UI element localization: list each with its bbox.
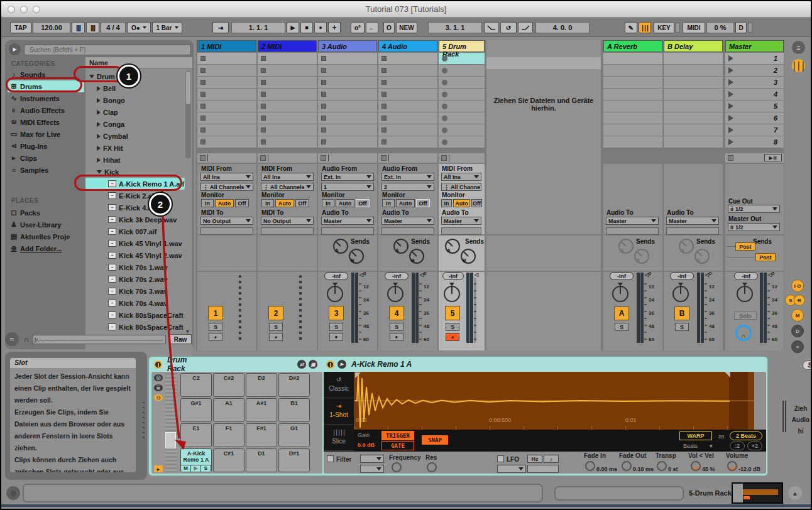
sidebar-item-clips[interactable]: ▸Clips	[8, 152, 84, 164]
stop-button[interactable]: ■	[300, 22, 313, 33]
midi-channel-select[interactable]: ⋮All Channels	[261, 183, 314, 191]
track-delay-field[interactable]	[200, 227, 253, 235]
track-header[interactable]: 4 Audio	[378, 40, 437, 52]
clip-slot[interactable]	[378, 53, 437, 64]
midi-to-select[interactable]: No Output	[261, 217, 314, 225]
device-power-icon[interactable]	[154, 361, 162, 369]
nudge-up-metronome-icon[interactable]: ||||	[86, 22, 99, 33]
headphones-icon[interactable]: ∩	[24, 335, 29, 343]
monitor-off-button[interactable]: Off	[356, 199, 370, 207]
raw-preview-button[interactable]: Raw	[169, 334, 192, 344]
clip-slot[interactable]	[197, 53, 256, 64]
clip-slot[interactable]	[197, 112, 256, 124]
scene-slot[interactable]: 5	[725, 100, 784, 112]
groove-amount-button[interactable]: O●	[127, 22, 151, 33]
draw-mode-button[interactable]: ∣∣∣	[639, 22, 651, 33]
session-overdub-button[interactable]: o°	[351, 22, 365, 33]
arm-button[interactable]: ●	[390, 333, 403, 341]
stop-clips-row[interactable]	[439, 153, 485, 163]
sample-waveform-display[interactable]: 0:00 0:00:500 0:01	[354, 372, 754, 430]
scene-slot[interactable]: 2	[725, 65, 784, 76]
track-delay-field[interactable]	[666, 227, 719, 235]
hot-swap-icon[interactable]: ⇄	[297, 360, 306, 369]
monitor-off-button[interactable]: Off	[471, 199, 482, 207]
sidebar-item-midi-effects[interactable]: ≋MIDI Effects	[8, 116, 84, 128]
fold-icon[interactable]: ⊖	[154, 394, 163, 401]
lfo-rate-field[interactable]	[527, 465, 559, 473]
snap-button[interactable]: SNAP	[422, 435, 448, 445]
tree-item-fx-hit[interactable]: FX Hit	[85, 142, 185, 154]
volume-display[interactable]: -Inf	[670, 272, 694, 280]
tree-item-e-kick-4[interactable]: ~E-Kick 4.aif	[85, 202, 185, 214]
input-channel-select[interactable]: 1	[321, 183, 374, 191]
monitor-in-button[interactable]: In	[441, 199, 452, 207]
solo-button[interactable]: S	[446, 323, 459, 331]
track-delay-field[interactable]	[441, 227, 481, 235]
drum-pad[interactable]: D#1	[278, 448, 310, 472]
tree-item-bongo[interactable]: Bongo	[85, 94, 185, 106]
show-device-chain-toggle-icon[interactable]: ▲	[788, 486, 802, 500]
scene-overview-icon[interactable]: ▶≣	[764, 154, 782, 161]
sidebar-item-samples[interactable]: ≈Samples	[8, 164, 84, 176]
volume-display[interactable]: -Inf	[734, 272, 758, 280]
tree-item-e-kick-2[interactable]: ~E-Kick 2.aif	[85, 190, 185, 202]
lfo-toggle-checkbox[interactable]	[497, 455, 504, 462]
clip-slot[interactable]	[258, 136, 317, 148]
lfo-shape-select[interactable]	[497, 465, 526, 473]
clip-slot[interactable]	[197, 100, 256, 112]
overdub-plus-button[interactable]: +	[328, 22, 341, 33]
sidebar-item-plug-ins[interactable]: ⊲Plug-Ins	[8, 140, 84, 152]
loop-start-display[interactable]: 3. 1. 1	[428, 22, 482, 33]
half-tempo-button[interactable]: :2	[730, 442, 745, 450]
return-activator-button[interactable]: A	[614, 307, 629, 320]
disclosure-open-icon[interactable]	[97, 170, 102, 174]
drum-pad[interactable]: B1	[278, 398, 310, 422]
clip-slot[interactable]	[378, 136, 437, 148]
drum-pad[interactable]: C2	[180, 373, 212, 397]
show-mixer-toggle[interactable]: M	[791, 309, 804, 322]
scene-slot[interactable]: 1	[725, 53, 784, 64]
tab-one-shot[interactable]: ⇥1-Shot	[324, 398, 354, 425]
tree-item-kick-3k[interactable]: ~Kick 3k Deep.wav	[85, 214, 185, 225]
clip-slot[interactable]	[378, 65, 437, 76]
loop-length-display[interactable]: 4. 0. 0	[535, 22, 590, 33]
clip-slot[interactable]	[258, 124, 317, 136]
send-a-knob[interactable]: A	[445, 239, 460, 254]
warp-mode-select[interactable]: Beats	[683, 443, 698, 449]
disclosure-closed-icon[interactable]	[97, 98, 101, 103]
clip-slot[interactable]	[197, 77, 256, 88]
device-view-resize-handle[interactable]	[782, 401, 786, 432]
monitor-off-button[interactable]: Off	[295, 199, 309, 207]
stop-clips-row[interactable]	[318, 153, 377, 163]
midi-from-select[interactable]: All Ins	[441, 173, 481, 181]
lfo-sync-note-button[interactable]: ♪	[544, 455, 559, 463]
drum-pad-selected[interactable]: A-Kick Remo 1 A M ▶ S	[180, 448, 212, 472]
fade-out-knob[interactable]	[622, 461, 632, 471]
clip-slot[interactable]	[258, 112, 317, 124]
clip-slot[interactable]	[318, 65, 377, 76]
monitor-auto-button[interactable]: Auto	[336, 199, 354, 207]
clip-slot[interactable]	[439, 100, 485, 112]
clip-slot[interactable]	[197, 124, 256, 136]
pan-knob[interactable]	[327, 286, 343, 302]
punch-in-icon[interactable]	[484, 22, 499, 33]
follow-button[interactable]: ⇥	[212, 22, 229, 33]
sidebar-item-current-project[interactable]: ▤Aktuelles Proje	[8, 231, 84, 242]
level-meter[interactable]	[351, 273, 358, 343]
tree-item-bell[interactable]: Bell	[85, 82, 185, 94]
io-chain-icon[interactable]: ▸	[154, 465, 163, 472]
pad-overview-map[interactable]	[165, 373, 177, 472]
send-b-knob[interactable]: B	[461, 249, 476, 264]
pan-knob[interactable]	[672, 286, 689, 302]
cue-volume-knob[interactable]: ∩	[735, 325, 752, 341]
tree-scrollbar[interactable]	[185, 70, 191, 158]
arm-button[interactable]: ◕	[209, 333, 222, 341]
device-power-icon[interactable]	[326, 361, 334, 369]
drum-pad[interactable]: D1	[246, 448, 277, 472]
midi-from-select[interactable]: All Ins	[261, 173, 314, 181]
arm-button-armed[interactable]: ◕	[446, 333, 459, 341]
track-activator-button[interactable]: 4	[389, 306, 404, 320]
res-knob[interactable]	[427, 462, 437, 472]
record-button[interactable]: ●	[314, 22, 327, 33]
trigger-button[interactable]: TRIGGER	[381, 431, 414, 440]
